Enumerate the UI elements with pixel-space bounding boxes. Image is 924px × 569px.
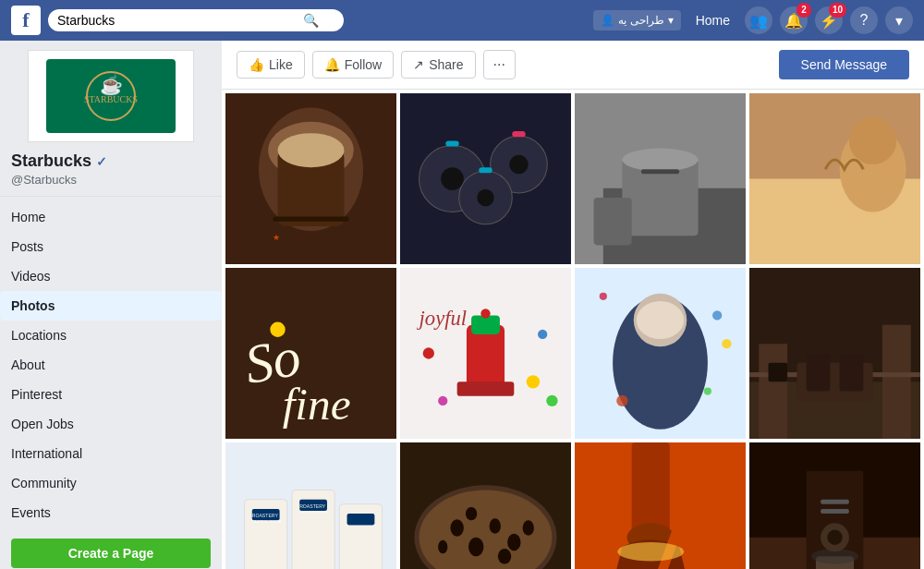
svg-rect-37 xyxy=(467,325,505,392)
starbucks-logo-svg: STARBUCKS ☕ xyxy=(74,64,148,128)
photo-2[interactable] xyxy=(400,93,571,264)
svg-point-8 xyxy=(278,133,345,167)
follow-label: Follow xyxy=(345,57,382,72)
home-link[interactable]: Home xyxy=(688,9,737,31)
photo-1[interactable]: ★ xyxy=(225,93,396,264)
photo-4[interactable] xyxy=(749,93,920,264)
svg-rect-62 xyxy=(840,354,864,392)
user-menu-button[interactable]: 👤 طراحی یه ▾ xyxy=(593,10,680,30)
user-label: طراحی یه xyxy=(618,14,663,27)
sidebar-item-international[interactable]: International xyxy=(0,439,222,468)
svg-point-53 xyxy=(704,388,711,395)
photo-5[interactable]: So fine xyxy=(225,268,396,439)
svg-point-90 xyxy=(617,542,684,562)
sidebar-item-posts[interactable]: Posts xyxy=(0,232,222,261)
svg-point-100 xyxy=(827,530,842,545)
top-navigation: f 🔍 👤 طراحی یه ▾ Home 👥 🔔 2 ⚡ 10 ? ▾ xyxy=(0,0,924,41)
photo-6[interactable]: joyful xyxy=(400,268,571,439)
svg-rect-25 xyxy=(641,169,679,174)
ellipsis-icon: ··· xyxy=(493,56,505,72)
svg-rect-38 xyxy=(471,315,500,334)
svg-rect-26 xyxy=(594,198,632,245)
share-button[interactable]: ↗ Share xyxy=(401,51,475,79)
facebook-logo: f xyxy=(11,6,41,35)
profile-image: STARBUCKS ☕ xyxy=(28,50,194,142)
sidebar-item-pinterest[interactable]: Pinterest xyxy=(0,380,222,409)
photo-8[interactable] xyxy=(749,268,920,439)
search-input[interactable] xyxy=(57,13,298,28)
nav-right-section: 👤 طراحی یه ▾ Home 👥 🔔 2 ⚡ 10 ? ▾ xyxy=(593,6,913,34)
sidebar-item-open-jobs[interactable]: Open Jobs xyxy=(0,409,222,439)
friends-icon: 👥 xyxy=(749,12,768,30)
svg-point-85 xyxy=(523,520,534,535)
svg-rect-40 xyxy=(457,381,515,395)
svg-text:ROASTERY: ROASTERY xyxy=(252,513,279,518)
svg-point-84 xyxy=(438,540,447,553)
chevron-down-icon: ▾ xyxy=(895,12,903,30)
search-icon: 🔍 xyxy=(303,13,319,28)
like-button[interactable]: 👍 Like xyxy=(237,51,305,79)
search-bar[interactable]: 🔍 xyxy=(48,9,344,31)
svg-point-80 xyxy=(490,518,501,533)
photo-12[interactable] xyxy=(749,442,920,569)
svg-text:TASTING ROOM: TASTING ROOM xyxy=(252,519,282,524)
sidebar-item-locations[interactable]: Locations xyxy=(0,321,222,350)
photo-grid: ★ xyxy=(222,90,924,569)
sidebar-item-videos[interactable]: Videos xyxy=(0,261,222,291)
svg-point-15 xyxy=(441,167,464,190)
verified-icon: ✓ xyxy=(96,154,107,169)
create-page-button[interactable]: Create a Page xyxy=(11,539,211,568)
send-message-button[interactable]: Send Message xyxy=(779,50,909,79)
page-username: @Starbucks xyxy=(0,171,222,196)
help-icon: ? xyxy=(860,12,869,29)
sidebar-item-about[interactable]: About xyxy=(0,350,222,380)
svg-point-79 xyxy=(468,538,483,557)
svg-point-24 xyxy=(622,149,698,172)
bell-icon: 🔔 xyxy=(324,57,340,72)
svg-point-30 xyxy=(849,117,896,164)
photo-7[interactable] xyxy=(575,268,746,439)
svg-point-81 xyxy=(507,534,520,551)
svg-rect-98 xyxy=(821,509,849,514)
svg-point-42 xyxy=(538,330,547,339)
svg-text:STARBUCKS: STARBUCKS xyxy=(84,94,138,104)
svg-rect-57 xyxy=(759,344,787,439)
action-bar: 👍 Like 🔔 Follow ↗ Share ··· Send Message xyxy=(222,41,924,90)
follow-button[interactable]: 🔔 Follow xyxy=(312,51,394,79)
photo-11[interactable] xyxy=(575,442,746,569)
svg-text:TASTING ROOM: TASTING ROOM xyxy=(299,510,329,515)
page-name: Starbucks ✓ xyxy=(0,151,222,171)
notification-badge: 2 xyxy=(796,3,811,18)
starbucks-logo: STARBUCKS ☕ xyxy=(46,59,176,133)
sidebar-navigation: Home Posts Videos Photos Locations About… xyxy=(0,197,222,527)
help-button[interactable]: ? xyxy=(850,6,878,34)
svg-point-78 xyxy=(450,519,463,537)
sidebar-item-photos[interactable]: Photos xyxy=(0,291,222,321)
more-options-button[interactable]: ··· xyxy=(483,50,516,79)
photo-10[interactable] xyxy=(400,442,571,569)
svg-point-34 xyxy=(270,322,285,337)
svg-point-50 xyxy=(600,293,607,300)
sidebar-item-home[interactable]: Home xyxy=(0,202,222,232)
friends-icon-button[interactable]: 👥 xyxy=(745,6,772,34)
svg-point-51 xyxy=(712,310,722,320)
svg-point-17 xyxy=(477,189,494,207)
notifications-button[interactable]: 🔔 2 xyxy=(780,6,808,34)
chevron-down-icon: ▾ xyxy=(668,14,674,27)
photo-9[interactable]: ROASTERY TASTING ROOM ROASTERY TASTING R… xyxy=(225,442,396,569)
svg-rect-19 xyxy=(512,131,525,137)
thumbs-up-icon: 👍 xyxy=(249,57,264,72)
more-menu-button[interactable]: ▾ xyxy=(885,6,913,34)
sidebar: STARBUCKS ☕ Starbucks ✓ @Starbucks Home … xyxy=(0,41,222,569)
svg-point-52 xyxy=(616,395,627,406)
svg-rect-87 xyxy=(632,442,670,538)
like-label: Like xyxy=(269,57,293,72)
sidebar-item-community[interactable]: Community xyxy=(0,468,222,498)
svg-point-41 xyxy=(423,347,434,358)
sidebar-item-events[interactable]: Events xyxy=(0,498,222,527)
svg-text:joyful: joyful xyxy=(417,307,468,330)
photo-3[interactable] xyxy=(575,93,746,264)
user-avatar-icon: 👤 xyxy=(601,14,614,27)
svg-point-45 xyxy=(546,395,557,406)
messages-button[interactable]: ⚡ 10 xyxy=(815,6,843,34)
